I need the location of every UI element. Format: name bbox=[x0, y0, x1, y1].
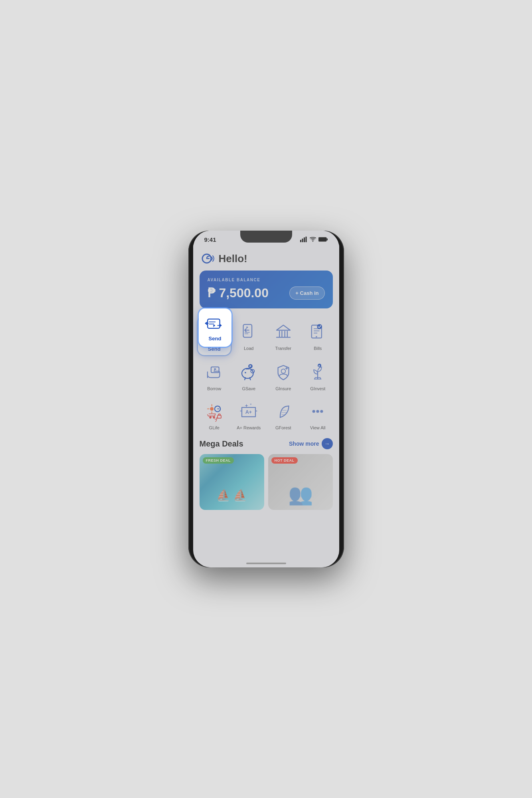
service-item-viewall[interactable]: View All bbox=[301, 396, 334, 433]
logo-container: Hello! bbox=[201, 251, 247, 266]
deals-grid: FRESH DEAL HOT DEAL bbox=[200, 454, 333, 510]
svg-text:₱: ₱ bbox=[319, 365, 320, 367]
service-grid: ₱ Send ₱ bbox=[193, 315, 339, 433]
ginsure-icon-wrap bbox=[272, 361, 295, 384]
service-item-ginvest[interactable]: ₱ GInvest bbox=[301, 357, 334, 394]
deal-card-2[interactable]: HOT DEAL bbox=[268, 454, 333, 510]
svg-text:₱: ₱ bbox=[211, 331, 213, 335]
svg-line-55 bbox=[216, 419, 217, 421]
viewall-icon-wrap bbox=[306, 400, 329, 423]
service-item-send[interactable]: ₱ Send bbox=[198, 316, 231, 355]
send-label: Send bbox=[208, 346, 221, 352]
glife-icon-wrap bbox=[203, 400, 226, 423]
hot-deal-badge: HOT DEAL bbox=[271, 457, 298, 464]
arewards-icon-wrap: A+ bbox=[237, 400, 260, 423]
borrow-icon-wrap: ₱ bbox=[203, 361, 226, 384]
service-item-arewards[interactable]: A+ A+ Rewards bbox=[232, 396, 265, 433]
gforest-icon-wrap bbox=[272, 400, 295, 423]
borrow-icon: ₱ bbox=[204, 362, 225, 383]
viewall-label: View All bbox=[310, 425, 325, 430]
ginvest-label: GInvest bbox=[310, 386, 325, 391]
gforest-icon bbox=[273, 401, 294, 422]
battery-icon bbox=[318, 237, 328, 242]
app-header: Hello! bbox=[193, 248, 339, 271]
cash-in-button[interactable]: + Cash in bbox=[289, 286, 324, 300]
svg-marker-24 bbox=[277, 325, 290, 330]
balance-amount: ₱ 7,500.00 bbox=[208, 285, 269, 300]
status-time: 9:41 bbox=[204, 236, 216, 243]
gsave-label: GSave bbox=[242, 386, 255, 391]
show-more-button[interactable]: Show more → bbox=[289, 438, 332, 449]
svg-rect-5 bbox=[318, 237, 326, 241]
svg-point-52 bbox=[213, 417, 215, 419]
service-item-glife[interactable]: GLife bbox=[198, 396, 231, 433]
bills-icon: ₱ bbox=[307, 322, 328, 342]
gsave-icon-wrap: ₱ bbox=[237, 361, 260, 384]
greeting-text: Hello! bbox=[219, 253, 247, 265]
status-icons bbox=[300, 237, 328, 242]
fresh-deal-badge: FRESH DEAL bbox=[203, 457, 234, 464]
service-item-bills[interactable]: ₱ Bills bbox=[301, 316, 334, 355]
ginsure-label: GInsure bbox=[275, 386, 291, 391]
glife-icon bbox=[204, 401, 225, 422]
status-bar: 9:41 bbox=[193, 231, 339, 248]
svg-text:₱: ₱ bbox=[316, 336, 318, 338]
transfer-icon-wrap bbox=[272, 320, 295, 344]
svg-rect-53 bbox=[218, 415, 221, 418]
deals-header: Mega Deals Show more → bbox=[200, 438, 333, 449]
transfer-icon bbox=[273, 322, 294, 342]
svg-point-46 bbox=[210, 407, 214, 411]
bills-icon-wrap: ₱ bbox=[306, 320, 329, 344]
home-indicator bbox=[246, 563, 286, 564]
ginsure-icon bbox=[273, 362, 294, 383]
send-icon-wrap: ₱ bbox=[203, 320, 226, 344]
wifi-icon bbox=[310, 237, 316, 242]
balance-row: ₱ 7,500.00 + Cash in bbox=[208, 285, 325, 300]
svg-point-64 bbox=[320, 410, 323, 413]
deals-section: Mega Deals Show more → FRESH DEAL HOT DE… bbox=[193, 433, 339, 510]
svg-rect-6 bbox=[326, 239, 328, 241]
load-label: Load bbox=[244, 346, 253, 351]
balance-card: AVAILABLE BALANCE ₱ 7,500.00 + Cash in bbox=[200, 271, 333, 308]
svg-point-4 bbox=[312, 241, 313, 241]
svg-line-56 bbox=[215, 419, 216, 420]
glife-label: GLife bbox=[209, 425, 220, 430]
borrow-label: Borrow bbox=[207, 386, 221, 391]
bills-label: Bills bbox=[314, 346, 322, 351]
svg-rect-2 bbox=[304, 237, 305, 242]
phone-screen: 9:41 bbox=[193, 231, 339, 567]
svg-text:A+: A+ bbox=[245, 409, 252, 415]
transfer-label: Transfer bbox=[275, 346, 291, 351]
show-more-label: Show more bbox=[289, 440, 319, 447]
svg-point-63 bbox=[316, 410, 319, 413]
gforest-label: GForest bbox=[275, 425, 291, 430]
send-icon: ₱ bbox=[204, 322, 225, 342]
svg-rect-3 bbox=[305, 237, 307, 242]
service-item-ginsure[interactable]: GInsure bbox=[267, 357, 300, 394]
ginvest-icon: ₱ bbox=[307, 362, 328, 383]
deal-card-1[interactable]: FRESH DEAL bbox=[200, 454, 264, 510]
svg-point-40 bbox=[281, 369, 285, 373]
svg-text:₱: ₱ bbox=[246, 326, 248, 330]
svg-rect-0 bbox=[300, 240, 301, 242]
service-item-gforest[interactable]: GForest bbox=[267, 396, 300, 433]
load-icon: ₱ bbox=[238, 322, 259, 342]
balance-label: AVAILABLE BALANCE bbox=[208, 278, 325, 282]
load-icon-wrap: ₱ bbox=[237, 320, 260, 344]
arewards-icon: A+ bbox=[238, 401, 259, 422]
service-item-load[interactable]: ₱ Load bbox=[232, 316, 265, 355]
svg-point-51 bbox=[209, 417, 211, 419]
service-item-borrow[interactable]: ₱ Borrow bbox=[198, 357, 231, 394]
svg-line-57 bbox=[215, 421, 216, 422]
signal-icon bbox=[300, 237, 307, 242]
svg-point-54 bbox=[216, 417, 218, 419]
notch bbox=[240, 231, 292, 243]
ginvest-icon-wrap: ₱ bbox=[306, 361, 329, 384]
app-content: Hello! AVAILABLE BALANCE ₱ 7,500.00 + Ca… bbox=[193, 248, 339, 510]
arewards-label: A+ Rewards bbox=[237, 425, 261, 430]
app-logo-icon bbox=[201, 251, 216, 266]
service-item-transfer[interactable]: Transfer bbox=[267, 316, 300, 355]
deals-title: Mega Deals bbox=[200, 439, 243, 448]
service-item-gsave[interactable]: ₱ GSave bbox=[232, 357, 265, 394]
svg-point-62 bbox=[312, 410, 315, 413]
